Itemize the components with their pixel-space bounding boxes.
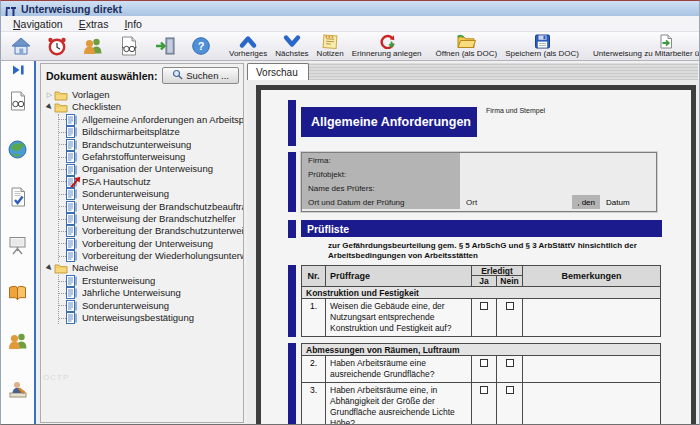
document-preview-icon — [118, 36, 140, 56]
row-question: Weisen die Gebäude eine, der Nutzungsart… — [326, 299, 472, 336]
table-header-row: Nr. Prüffrage Erledigt Ja Nein Bemerkung… — [302, 266, 660, 287]
document-preview-button[interactable] — [111, 35, 147, 57]
tree-item[interactable]: Vorbereitung der Wiederholungsunterweisu… — [59, 250, 243, 262]
tree-folder-nachweise[interactable]: ▶ Nachweise — [41, 262, 243, 274]
globe-icon — [7, 139, 28, 164]
document-viewport[interactable]: Allgemeine Anforderungen Firma und Stemp… — [247, 80, 698, 424]
word-document-icon — [66, 114, 79, 126]
yes-checkbox[interactable] — [480, 386, 488, 394]
tree-item[interactable]: Vorbereitung der Unterweisung — [59, 238, 243, 250]
presentation-sidebar-button[interactable] — [4, 233, 32, 261]
tree-item[interactable]: Jährliche Unterweisung — [59, 287, 243, 299]
create-reminder-button[interactable]: Erinnerung anlegen — [348, 33, 426, 59]
tree-item[interactable]: Unterweisung der Brandschutzhelfer — [59, 213, 243, 225]
blue-section-bar — [288, 152, 296, 212]
form-value-field[interactable] — [460, 167, 656, 181]
home-button[interactable] — [3, 35, 39, 57]
menu-extras[interactable]: Extras — [71, 17, 117, 31]
help-button[interactable]: ? — [183, 35, 219, 57]
exit-button[interactable] — [147, 35, 183, 57]
word-document-icon — [66, 213, 79, 225]
employees-sidebar-button[interactable] — [4, 329, 32, 357]
no-checkbox[interactable] — [506, 359, 514, 367]
tree-panel-header: Dokument auswählen: Suchen ... — [41, 64, 243, 86]
document-tree-panel: Dokument auswählen: Suchen ... ▷ Vorlage… — [40, 63, 244, 423]
tab-vorschau[interactable]: Vorschau — [247, 63, 309, 80]
tree-item[interactable]: Vorbereitung der Brandschutzunterweisung — [59, 225, 243, 237]
folder-icon — [54, 102, 69, 113]
save-as-doc-button[interactable]: Speichern (als DOC) — [501, 33, 583, 59]
expand-arrow-icon[interactable]: ▷ — [45, 89, 54, 101]
tree-panel-title: Dokument auswählen: — [46, 70, 157, 82]
tree-item[interactable]: Unterweisung der Brandschutzbeauftragten — [59, 201, 243, 213]
header-no: Nein — [497, 276, 522, 286]
tree-item-label: Bildschirmarbeitsplätze — [79, 126, 180, 138]
next-button[interactable]: Nächstes — [271, 33, 312, 59]
header-done-split: Ja Nein — [472, 276, 522, 286]
tree-item[interactable]: Sonderunterweisung — [59, 188, 243, 200]
header-done-group: Erledigt Ja Nein — [472, 266, 523, 286]
row-number: 1. — [302, 299, 326, 336]
transfer-to-employee-button[interactable]: Unterweisung zu Mitarbeiter übernehmen — [589, 33, 700, 59]
menu-navigation[interactable]: Navigation — [5, 17, 71, 31]
form-value-field[interactable] — [460, 181, 656, 195]
checklist-intro-text: zur Gefährdungsbeurteilung gem. § 5 ArbS… — [328, 241, 676, 260]
table-section-row: Konstruktion und Festigkeit — [302, 287, 660, 299]
document-check-icon — [8, 187, 28, 211]
notes-button[interactable]: Notizen — [313, 33, 348, 59]
form-value-field[interactable] — [460, 153, 656, 167]
no-checkbox[interactable] — [506, 386, 514, 394]
toolbar-transfer-group: Unterweisung zu Mitarbeiter übernehmen — [589, 33, 700, 59]
remarks-cell[interactable] — [523, 299, 660, 336]
remarks-cell[interactable] — [523, 383, 660, 424]
globe-sidebar-button[interactable] — [4, 137, 32, 165]
tree-item-label: Vorbereitung der Wiederholungsunterweisu… — [79, 250, 243, 262]
header-done: Erledigt — [472, 266, 522, 276]
open-as-doc-button[interactable]: Öffnen (als DOC) — [432, 33, 502, 59]
tree-item[interactable]: Sonderunterweisung — [59, 300, 243, 312]
book-sidebar-button[interactable] — [4, 281, 32, 309]
document-check-sidebar-button[interactable] — [4, 185, 32, 213]
table-row: 1. Weisen die Gebäude eine, der Nutzungs… — [302, 299, 660, 336]
document-preview-sidebar-button[interactable] — [4, 89, 32, 117]
reminder-clock-button[interactable] — [39, 35, 75, 57]
row-number: 2. — [302, 356, 326, 382]
no-checkbox[interactable] — [506, 302, 514, 310]
signature-sidebar-button[interactable] — [4, 377, 32, 405]
tree-item-label: Vorbereitung der Brandschutzunterweisung — [79, 225, 243, 237]
tree-item[interactable]: Brandschutzunterweisung — [59, 139, 243, 151]
employees-button[interactable] — [75, 35, 111, 57]
word-document-icon — [66, 139, 79, 151]
word-document-icon — [66, 126, 79, 138]
form-value-field[interactable]: Ort — [460, 195, 572, 209]
tree-item[interactable]: Erstunterweisung — [59, 275, 243, 287]
search-button[interactable]: Suchen ... — [162, 67, 239, 84]
word-document-icon — [66, 225, 79, 237]
tree-item[interactable]: Organisation der Unterweisung — [59, 163, 243, 175]
tree-item[interactable]: Bildschirmarbeitsplätze — [59, 126, 243, 138]
tree-folder-checklisten[interactable]: ▶ Checklisten — [41, 101, 243, 113]
tree-item[interactable]: Allgemeine Anforderungen an Arbeitsplätz… — [59, 114, 243, 126]
tree-item[interactable]: Unterweisungsbestätigung — [59, 312, 243, 324]
blue-section-bar — [288, 100, 296, 146]
collapse-panel-button[interactable] — [4, 63, 32, 81]
document-title-block: Allgemeine Anforderungen Firma und Stemp… — [288, 100, 691, 146]
tree-folder-vorlagen[interactable]: ▷ Vorlagen — [41, 89, 243, 101]
menu-info[interactable]: Info — [116, 17, 150, 31]
remarks-cell[interactable] — [523, 356, 660, 382]
tree-item[interactable]: Gefahrstoffunterweisung — [59, 151, 243, 163]
previous-button[interactable]: Vorheriges — [225, 33, 271, 59]
word-document-icon — [66, 188, 79, 200]
document-page: Allgemeine Anforderungen Firma und Stemp… — [256, 85, 696, 424]
exit-icon — [154, 36, 176, 56]
yes-checkbox[interactable] — [480, 302, 488, 310]
checklist-table: Nr. Prüffrage Erledigt Ja Nein Bemerkung… — [301, 265, 661, 337]
form-row: Prüfobjekt: — [302, 167, 656, 181]
presentation-board-icon — [7, 235, 28, 259]
tree-item-psa-hautschutz[interactable]: PSA Hautschutz — [59, 176, 243, 188]
tree-item-label: Unterweisung der Brandschutzhelfer — [79, 213, 236, 225]
form-row: Ort und Datum der Prüfung Ort , den Datu… — [302, 195, 656, 209]
yes-checkbox[interactable] — [480, 359, 488, 367]
tree-item-label: Sonderunterweisung — [79, 300, 169, 312]
chevron-down-icon — [282, 34, 302, 49]
